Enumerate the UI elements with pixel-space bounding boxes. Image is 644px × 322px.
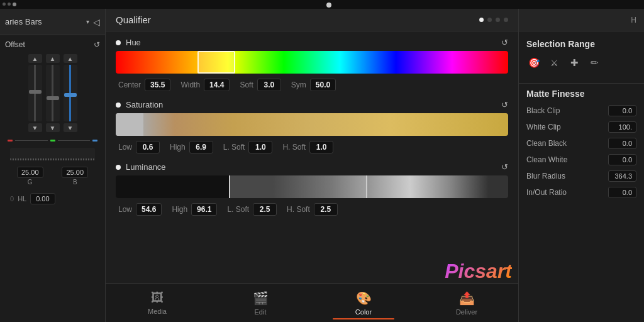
soft-value[interactable]: 3.0 bbox=[257, 79, 281, 91]
b-value[interactable]: 25.00 bbox=[62, 167, 88, 178]
sym-label: Sym bbox=[291, 80, 306, 89]
hue-bar[interactable] bbox=[116, 51, 508, 74]
lum-hsoft-label: H. Soft bbox=[287, 205, 310, 214]
slider2-up[interactable]: ▲ bbox=[46, 54, 60, 63]
sat-lsoft-value[interactable]: 1.0 bbox=[248, 141, 272, 153]
lum-hsoft-value[interactable]: 2.5 bbox=[314, 203, 338, 216]
hue-title: Hue bbox=[126, 38, 141, 47]
middle-panel: Qualifier Hue ↺ bbox=[106, 9, 518, 322]
offset-section: Offset ↺ ▲ ▼ ▲ bbox=[0, 35, 105, 212]
nav-item-color[interactable]: 🎨 Color bbox=[312, 287, 415, 319]
sat-white-block bbox=[116, 113, 143, 136]
lum-active-dot bbox=[116, 165, 121, 170]
clean-white-label: Clean White bbox=[526, 155, 567, 164]
lum-high-label: High bbox=[172, 205, 187, 214]
clean-black-value[interactable]: 0.0 bbox=[608, 138, 636, 149]
dropdown-arrow-icon[interactable]: ▾ bbox=[86, 18, 89, 25]
luminance-bar[interactable] bbox=[116, 175, 508, 198]
sat-low-value[interactable]: 0.6 bbox=[136, 141, 160, 153]
g-value[interactable]: 25.00 bbox=[17, 167, 43, 178]
saturation-bar[interactable] bbox=[116, 113, 508, 136]
slider3-down[interactable]: ▼ bbox=[64, 123, 77, 132]
lum-lsoft-label: L. Soft bbox=[227, 205, 249, 214]
q-dot-3 bbox=[504, 18, 508, 22]
center-dot bbox=[326, 3, 331, 8]
cut-tool-icon[interactable]: ⚔ bbox=[547, 55, 562, 70]
sat-title: Saturation bbox=[126, 100, 163, 109]
slider1-up[interactable]: ▲ bbox=[28, 54, 42, 63]
nav-item-edit[interactable]: 🎬 Edit bbox=[209, 287, 312, 319]
green-channel-dot bbox=[50, 140, 55, 142]
slider3-thumb[interactable] bbox=[64, 93, 77, 97]
top-bar bbox=[0, 0, 644, 9]
right-header-label: H bbox=[526, 16, 636, 25]
sat-hsoft-group: H. Soft 1.0 bbox=[282, 141, 333, 153]
hl-prefix: 0 bbox=[10, 195, 14, 203]
right-panel: H Selection Range 🎯 ⚔ ✚ ✏ Matte Finesse … bbox=[518, 9, 644, 322]
lum-high-value[interactable]: 96.1 bbox=[191, 203, 217, 216]
slider1-track[interactable] bbox=[28, 65, 42, 121]
lum-title: Luminance bbox=[126, 162, 166, 172]
center-value[interactable]: 35.5 bbox=[145, 79, 170, 91]
red-channel-dot bbox=[8, 140, 13, 142]
slider1-down[interactable]: ▼ bbox=[28, 123, 42, 132]
slider3-up[interactable]: ▲ bbox=[64, 54, 77, 63]
clean-black-row: Clean Black 0.0 bbox=[526, 138, 636, 149]
edit-tool-icon[interactable]: ✏ bbox=[587, 55, 602, 70]
hue-reset-icon[interactable]: ↺ bbox=[501, 38, 508, 47]
add-tool-icon[interactable]: ✚ bbox=[567, 55, 582, 70]
nav-item-deliver[interactable]: 📤 Deliver bbox=[415, 287, 518, 319]
panel-title: aries Bars bbox=[5, 17, 82, 26]
target-tool-icon[interactable]: 🎯 bbox=[526, 55, 541, 70]
lum-reset-icon[interactable]: ↺ bbox=[501, 162, 508, 172]
width-value[interactable]: 14.4 bbox=[204, 79, 230, 91]
section-divider bbox=[519, 83, 644, 84]
color-label: Color bbox=[355, 308, 372, 316]
center-label: Center bbox=[118, 80, 141, 89]
divider-line2 bbox=[58, 140, 91, 141]
sat-lsoft-group: L. Soft 1.0 bbox=[223, 141, 273, 153]
hl-value[interactable]: 0.00 bbox=[30, 193, 55, 204]
nav-item-media[interactable]: 🖼 Media bbox=[106, 287, 209, 319]
sat-reset-icon[interactable]: ↺ bbox=[501, 100, 508, 109]
media-icon: 🖼 bbox=[151, 291, 164, 305]
slider2-down[interactable]: ▼ bbox=[46, 123, 60, 132]
reset-icon[interactable]: ↺ bbox=[94, 40, 100, 49]
lum-params: Low 54.6 High 96.1 L. Soft 2.5 H. Soft bbox=[116, 202, 508, 217]
hue-soft-group: Soft 3.0 bbox=[240, 79, 280, 91]
q-dot-active bbox=[479, 18, 484, 22]
in-out-ratio-value[interactable]: 0.0 bbox=[608, 187, 636, 198]
black-clip-label: Black Clip bbox=[526, 106, 560, 115]
saturation-section: Saturation ↺ Low 0.6 High bbox=[116, 100, 508, 155]
tool-icons-row: 🎯 ⚔ ✚ ✏ bbox=[526, 55, 636, 70]
sat-params: Low 0.6 High 6.9 L. Soft 1.0 H. Soft bbox=[116, 140, 508, 155]
clean-white-value[interactable]: 0.0 bbox=[608, 154, 636, 165]
hue-section: Hue ↺ Center 35.5 Width bbox=[116, 38, 508, 92]
slider3-track[interactable] bbox=[64, 65, 77, 121]
white-clip-value[interactable]: 100. bbox=[608, 121, 636, 133]
lum-high-group: High 96.1 bbox=[172, 203, 217, 216]
sat-high-value[interactable]: 6.9 bbox=[189, 141, 213, 153]
hl-row: 0 HL 0.00 bbox=[5, 191, 100, 207]
right-top-bar: H bbox=[519, 9, 644, 31]
slider2-thumb[interactable] bbox=[47, 96, 59, 100]
hue-sym-group: Sym 50.0 bbox=[291, 79, 336, 91]
dot2 bbox=[8, 3, 11, 6]
slider-2: ▲ ▼ bbox=[46, 54, 60, 132]
offset-header: Offset ↺ bbox=[5, 40, 100, 49]
lum-low-value[interactable]: 54.6 bbox=[136, 203, 162, 216]
back-button[interactable]: ◁ bbox=[93, 17, 100, 27]
slider2-track[interactable] bbox=[46, 65, 60, 121]
blur-radius-value[interactable]: 364.3 bbox=[608, 170, 636, 182]
lum-lsoft-value[interactable]: 2.5 bbox=[253, 203, 277, 216]
black-clip-value[interactable]: 0.0 bbox=[608, 105, 636, 116]
clean-white-row: Clean White 0.0 bbox=[526, 154, 636, 165]
b-label: B bbox=[73, 179, 77, 186]
qualifier-content: Hue ↺ Center 35.5 Width bbox=[106, 31, 518, 283]
in-out-ratio-label: In/Out Ratio bbox=[526, 188, 567, 197]
sym-value[interactable]: 50.0 bbox=[310, 79, 336, 91]
matte-finesse-section: Matte Finesse Black Clip 0.0 White Clip … bbox=[519, 89, 644, 203]
sat-hsoft-value[interactable]: 1.0 bbox=[309, 141, 333, 153]
lum-header: Luminance ↺ bbox=[116, 162, 508, 172]
slider1-thumb[interactable] bbox=[29, 90, 42, 94]
